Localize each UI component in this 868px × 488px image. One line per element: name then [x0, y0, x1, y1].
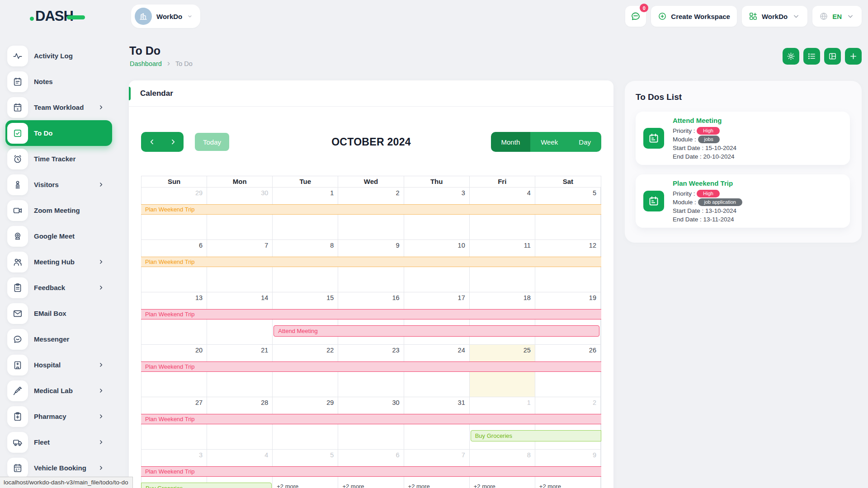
day-header-fri: Fri [470, 176, 535, 187]
view-day-button[interactable]: Day [568, 132, 601, 152]
layout-button[interactable] [824, 48, 841, 65]
day-number: 12 [589, 242, 596, 249]
sidebar-item-messenger[interactable]: Messenger [5, 326, 112, 352]
sidebar-item-time-tracker[interactable]: Time Tracker [5, 146, 112, 172]
sidebar-item-google-meet[interactable]: Google Meet [5, 223, 112, 249]
more-events-link[interactable]: +2 more [470, 483, 495, 488]
more-events-link[interactable]: +2 more [273, 483, 298, 488]
messenger-icon [7, 329, 28, 350]
day-number: 16 [392, 294, 399, 301]
day-number: 9 [396, 242, 399, 249]
view-month-button[interactable]: Month [491, 132, 531, 152]
more-events-link[interactable]: +2 more [338, 483, 364, 488]
event-plan-weekend-trip[interactable]: Plan Weekend Trip [141, 204, 601, 215]
day-number: 6 [199, 242, 203, 249]
day-number: 22 [326, 347, 334, 354]
day-number: 3 [462, 189, 465, 197]
sidebar-item-label: Visitors [34, 181, 59, 188]
today-button[interactable]: Today [195, 133, 229, 151]
event-plan-weekend-trip[interactable]: Plan Weekend Trip [141, 257, 601, 267]
sidebar-item-label: Google Meet [34, 232, 75, 240]
create-workspace-button[interactable]: Create Workspace [651, 6, 737, 27]
prev-month-button[interactable] [141, 132, 162, 152]
todo-icon [7, 123, 28, 144]
day-number: 20 [195, 347, 203, 354]
messages-button[interactable]: 0 [625, 6, 646, 27]
day-header-wed: Wed [338, 176, 404, 187]
todo-end-date: End Date : 20-10-2024 [673, 152, 736, 161]
day-number: 2 [396, 189, 399, 197]
module-badge: job application [698, 198, 742, 206]
plus-button[interactable] [845, 48, 862, 65]
sidebar-item-fleet[interactable]: Fleet [5, 429, 112, 455]
day-number: 8 [330, 242, 334, 249]
sidebar-item-activity-log[interactable]: Activity Log [5, 43, 112, 69]
module-label: Module : [673, 136, 698, 143]
visitors-icon [7, 174, 28, 195]
sidebar-item-to-do[interactable]: To Do [5, 120, 112, 146]
day-number: 29 [326, 399, 334, 406]
calendar-grid: SunMonTueWedThuFriSat 293012345Plan Week… [141, 176, 601, 488]
calendar-week-row: 293012345Plan Weekend Trip [142, 188, 601, 240]
sidebar-item-zoom-meeting[interactable]: Zoom Meeting [5, 197, 112, 223]
chevron-right-icon [98, 465, 104, 471]
todo-card-attend-meeting[interactable]: Attend MeetingPriority : HighModule : jo… [636, 112, 850, 165]
next-month-button[interactable] [162, 132, 184, 152]
sidebar-item-hospital[interactable]: Hospital [5, 352, 112, 378]
plus-circle-icon [658, 12, 667, 21]
sidebar-item-team-workload[interactable]: Team Workload [5, 94, 112, 120]
day-number: 23 [392, 347, 399, 354]
sidebar-item-medical-lab[interactable]: Medical Lab [5, 378, 112, 404]
todo-card-plan-weekend-trip[interactable]: Plan Weekend TripPriority : HighModule :… [636, 174, 850, 228]
calendar-week-row: 13141516171819Plan Weekend TripAttend Me… [142, 292, 601, 345]
calendar-view-switcher: Month Week Day [491, 132, 601, 152]
day-number: 27 [195, 399, 203, 406]
day-number: 13 [195, 294, 203, 301]
list-button[interactable] [803, 48, 820, 65]
more-events-link[interactable]: +2 more [404, 483, 430, 488]
todo-title: Attend Meeting [673, 116, 736, 125]
event-plan-weekend-trip[interactable]: Plan Weekend Trip [141, 466, 601, 477]
gear-button[interactable] [783, 48, 799, 65]
sidebar-item-label: Notes [34, 78, 53, 85]
todo-card-body: Plan Weekend TripPriority : HighModule :… [673, 179, 742, 224]
todo-module-row: Module : jobs [673, 135, 736, 144]
app-logo[interactable]: DASH [30, 8, 85, 24]
day-header-sat: Sat [535, 176, 601, 187]
sidebar-item-label: Team Workload [34, 103, 84, 111]
more-events-link[interactable]: +2 more [535, 483, 561, 488]
event-plan-weekend-trip[interactable]: Plan Weekend Trip [141, 309, 601, 319]
time-tracker-icon [7, 149, 28, 169]
day-number: 29 [195, 189, 203, 197]
chevron-down-icon [187, 13, 193, 19]
day-number: 19 [589, 294, 596, 301]
module-badge: jobs [698, 136, 720, 143]
sidebar-item-visitors[interactable]: Visitors [5, 172, 112, 197]
sidebar-item-meeting-hub[interactable]: Meeting Hub [5, 249, 112, 275]
todo-card-body: Attend MeetingPriority : HighModule : jo… [673, 116, 736, 161]
workspace-switcher[interactable]: WorkDo [131, 5, 200, 28]
day-number: 28 [261, 399, 268, 406]
event-buy-groceries[interactable]: Buy Groceries [141, 483, 272, 488]
breadcrumb-dashboard-link[interactable]: Dashboard [130, 60, 162, 67]
event-attend-meeting[interactable]: Attend Meeting [274, 325, 599, 337]
sidebar-item-feedback[interactable]: Feedback [5, 275, 112, 300]
language-selector[interactable]: EN [812, 6, 862, 27]
app-switcher-button[interactable]: WorkDo [742, 6, 807, 27]
chevron-right-icon [98, 182, 104, 188]
chevron-right-icon [98, 362, 104, 368]
view-week-button[interactable]: Week [530, 132, 568, 152]
sidebar-item-label: Vehicle Booking [34, 464, 86, 472]
event-buy-groceries[interactable]: Buy Groceries [471, 430, 601, 441]
sidebar-item-email-box[interactable]: EMail Box [5, 300, 112, 326]
breadcrumb: Dashboard To Do [130, 60, 193, 67]
event-plan-weekend-trip[interactable]: Plan Weekend Trip [141, 414, 601, 424]
sidebar-item-notes[interactable]: Notes [5, 69, 112, 94]
event-plan-weekend-trip[interactable]: Plan Weekend Trip [141, 361, 601, 372]
todo-priority-row: Priority : High [673, 127, 736, 135]
todo-priority-row: Priority : High [673, 189, 742, 198]
chevron-left-icon [148, 138, 156, 145]
sidebar-item-pharmacy[interactable]: Pharmacy [5, 404, 112, 429]
day-number: 9 [593, 451, 596, 459]
sidebar-item-label: Time Tracker [34, 155, 75, 163]
